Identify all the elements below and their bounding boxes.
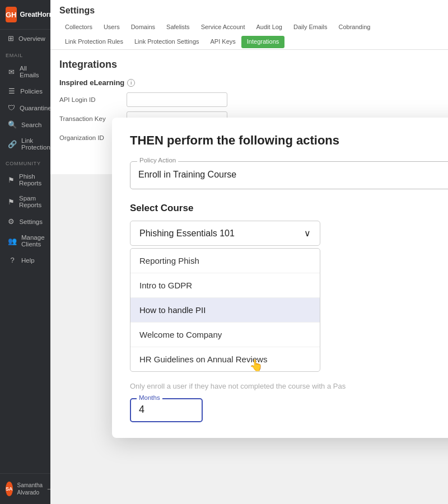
tab-link-protection-settings[interactable]: Link Protection Settings <box>129 35 205 49</box>
api-login-input[interactable] <box>127 92 227 107</box>
manage-clients-icon: 👥 <box>8 237 17 245</box>
sidebar-section-community: COMMUNITY ⚑ Phish Reports ⚑ Spam Reports <box>0 155 50 213</box>
quarantine-icon: 🛡 <box>8 104 15 112</box>
sidebar-item-search[interactable]: 🔍 Search <box>2 116 48 133</box>
tab-domains[interactable]: Domains <box>125 20 161 35</box>
integrations-heading: Integrations <box>59 59 439 71</box>
sidebar-item-link-protection[interactable]: 🔗 Link Protection ▾ <box>2 133 48 155</box>
tab-link-protection-rules[interactable]: Link Protection Rules <box>59 35 129 49</box>
tab-cobranding[interactable]: Cobranding <box>333 20 376 35</box>
course-current-value: Phishing Essentials 101 <box>139 228 235 239</box>
api-login-label: API Login ID <box>59 96 121 103</box>
sidebar-item-overview[interactable]: ⊞ Overview <box>2 30 48 46</box>
phish-reports-icon: ⚑ <box>8 176 15 184</box>
tab-users[interactable]: Users <box>98 20 125 35</box>
main-content: Settings Collectors Users Domains Safeli… <box>50 0 448 504</box>
tab-safelists[interactable]: Safelists <box>161 20 195 35</box>
course-option-hr-guidelines[interactable]: HR Guidelines on Annual Reviews <box>130 347 320 371</box>
avatar-row: SA Samantha Alvarado ⇥ <box>0 478 50 500</box>
policy-overlay: THEN perform the following actions Polic… <box>112 118 448 438</box>
logo-icon: GH <box>6 7 17 22</box>
community-section-label: COMMUNITY <box>0 155 50 169</box>
policy-action-legend: Policy Action <box>137 157 178 164</box>
tab-service-account[interactable]: Service Account <box>195 20 251 35</box>
tab-daily-emails[interactable]: Daily Emails <box>288 20 333 35</box>
email-section-label: EMAIL <box>0 47 50 60</box>
tab-collectors[interactable]: Collectors <box>59 20 98 35</box>
policy-action-value: Enroll in Training Course <box>138 170 236 180</box>
integration-section-title: Inspired eLearning i <box>59 78 439 87</box>
course-dropdown-list: Reporting Phish Intro to GDPR How to han… <box>130 248 320 372</box>
sidebar-section-email: EMAIL ✉ All Emails ☰ Policies 🛡 Quaranti… <box>0 47 50 155</box>
sidebar-section-main: ⊞ Overview <box>0 30 50 47</box>
sidebar-item-phish-reports[interactable]: ⚑ Phish Reports <box>2 169 48 190</box>
policy-action-fieldset: Policy Action Enroll in Training Course … <box>130 161 448 189</box>
course-option-how-to-handle-pii[interactable]: How to handle PII <box>130 298 320 323</box>
tab-api-keys[interactable]: API Keys <box>205 35 241 49</box>
sidebar: GH GreatHorn ⊞ Overview EMAIL ✉ All Emai… <box>0 0 50 504</box>
sidebar-item-help[interactable]: ? Help <box>2 252 48 268</box>
sidebar-item-manage-clients[interactable]: 👥 Manage Clients <box>2 230 48 251</box>
link-protection-icon: 🔗 <box>8 140 17 148</box>
avatar: SA <box>6 482 13 496</box>
course-chevron-icon: ∨ <box>304 228 311 239</box>
months-value: 4 <box>139 404 194 416</box>
policy-action-dropdown[interactable]: Enroll in Training Course ∨ <box>138 167 448 182</box>
help-icon: ? <box>8 256 17 264</box>
sidebar-item-policies[interactable]: ☰ Policies <box>2 83 48 99</box>
all-emails-icon: ✉ <box>8 68 15 76</box>
sidebar-bottom: SA Samantha Alvarado ⇥ <box>0 473 50 504</box>
tab-integrations[interactable]: Integrations <box>241 36 284 48</box>
overlay-title: THEN perform the following actions <box>130 133 448 148</box>
course-option-intro-to-gdpr[interactable]: Intro to GDPR <box>130 273 320 298</box>
logo-text: GreatHorn <box>20 11 53 18</box>
settings-header: Settings Collectors Users Domains Safeli… <box>50 0 448 50</box>
sidebar-item-spam-reports[interactable]: ⚑ Spam Reports <box>2 191 48 212</box>
settings-tabs: Collectors Users Domains Safelists Servi… <box>59 20 439 49</box>
spam-reports-icon: ⚑ <box>8 198 15 206</box>
course-option-reporting-phish[interactable]: Reporting Phish <box>130 249 320 273</box>
sidebar-section-bottom: ⚙ Settings 👥 Manage Clients ? Help <box>0 213 50 269</box>
policies-icon: ☰ <box>8 87 16 95</box>
sidebar-logo: GH GreatHorn <box>0 0 50 30</box>
info-icon[interactable]: i <box>127 79 135 87</box>
sidebar-item-all-emails[interactable]: ✉ All Emails <box>2 61 48 82</box>
course-dropdown-wrapper: Phishing Essentials 101 ∨ Reporting Phis… <box>130 221 448 372</box>
policy-action-group: Policy Action Enroll in Training Course … <box>130 161 448 189</box>
user-name: Samantha Alvarado <box>17 482 43 496</box>
course-option-welcome-to-company[interactable]: Welcome to Company <box>130 323 320 347</box>
api-login-row: API Login ID <box>59 92 439 107</box>
months-legend: Months <box>137 394 162 401</box>
sidebar-item-settings[interactable]: ⚙ Settings <box>2 213 48 230</box>
course-dropdown-button[interactable]: Phishing Essentials 101 ∨ <box>130 221 320 246</box>
settings-icon: ⚙ <box>8 217 15 226</box>
select-course-label: Select Course <box>130 203 448 214</box>
months-fieldset: Months 4 <box>130 398 203 422</box>
months-group: Months 4 <box>130 398 203 422</box>
overview-icon: ⊞ <box>8 34 14 43</box>
enroll-note: Only enroll a user if they have not comp… <box>130 382 448 390</box>
sidebar-item-quarantine[interactable]: 🛡 Quarantine <box>2 100 48 116</box>
search-icon: 🔍 <box>8 120 17 129</box>
tab-audit-log[interactable]: Audit Log <box>251 20 288 35</box>
page-title: Settings <box>59 6 439 16</box>
